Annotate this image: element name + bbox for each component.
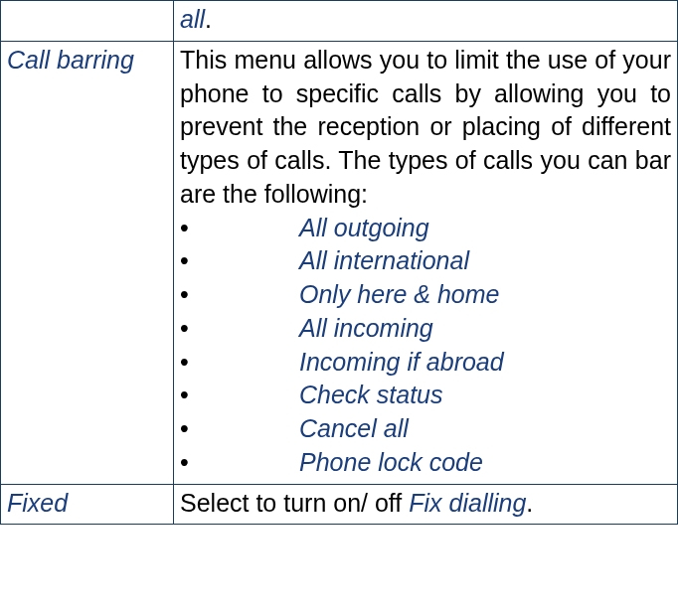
table-row: all. (1, 1, 678, 42)
row-content-after: . (205, 5, 212, 33)
list-item: •Phone lock code (180, 446, 671, 480)
table-row: Fixed Select to turn on/ off Fix diallin… (1, 484, 678, 525)
list-item-text: Check status (299, 381, 443, 408)
bullet-icon: • (180, 278, 299, 312)
row-label-cell (1, 1, 174, 42)
row-content-cell: all. (174, 1, 678, 42)
bullet-icon: • (180, 346, 299, 380)
row-label-cell: Fixed (1, 484, 174, 525)
row-content-cell: This menu allows you to limit the use of… (174, 41, 678, 484)
bullet-icon: • (180, 446, 299, 480)
list-item-text: Cancel all (299, 414, 409, 442)
row-intro: This menu allows you to limit the use of… (180, 44, 671, 212)
list-item: •All outgoing (180, 212, 671, 245)
list-item: •Check status (180, 379, 671, 412)
row-content-cell: Select to turn on/ off Fix dialling. (174, 484, 678, 525)
settings-table: all. Call barring This menu allows you t… (0, 0, 678, 525)
row-label: Call barring (7, 46, 134, 74)
row-label: Fixed (7, 489, 68, 517)
list-item: •Cancel all (180, 412, 671, 446)
row-content-italic: all (180, 5, 205, 33)
list-item-text: All incoming (299, 314, 433, 342)
list-item: •Incoming if abroad (180, 346, 671, 380)
bullet-icon: • (180, 212, 299, 245)
row-content-after: . (526, 489, 533, 517)
list-item: •Only here & home (180, 278, 671, 312)
bullet-icon: • (180, 312, 299, 346)
list-item-text: Incoming if abroad (299, 348, 504, 376)
list-item: •All international (180, 244, 671, 278)
list-item-text: Phone lock code (299, 448, 483, 476)
bullet-icon: • (180, 379, 299, 412)
table-row: Call barring This menu allows you to lim… (1, 41, 678, 484)
row-label-cell: Call barring (1, 41, 174, 484)
row-content-italic: Fix dialling (409, 489, 526, 517)
list-item-text: All outgoing (299, 214, 429, 241)
list-item: •All incoming (180, 312, 671, 346)
list-item-text: All international (299, 246, 469, 274)
row-content-before: Select to turn on/ off (180, 489, 409, 517)
bullet-icon: • (180, 412, 299, 446)
list-item-text: Only here & home (299, 280, 500, 308)
bullet-icon: • (180, 244, 299, 278)
